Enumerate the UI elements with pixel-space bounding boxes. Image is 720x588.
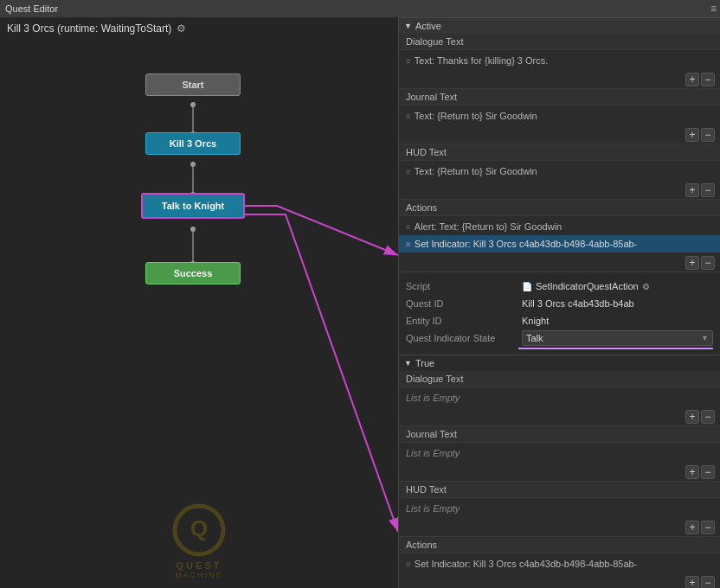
true-hud-text: HUD Text List is Empty + − xyxy=(399,482,720,537)
active-actions-remove-btn[interactable]: − xyxy=(701,256,715,270)
active-script-text: SetIndicatorQuestAction xyxy=(536,281,639,291)
active-hud-row-0[interactable]: ≡ Text: {Return to} Sir Goodwin xyxy=(399,163,720,180)
true-dialogue-actions: + − xyxy=(399,408,720,425)
active-section-header[interactable]: ▼ Active xyxy=(399,17,720,34)
active-dialogue-add-btn[interactable]: + xyxy=(685,73,699,86)
active-script-row: Script 📄 SetIndicatorQuestAction ⚙ xyxy=(406,278,713,295)
true-actions-add-btn[interactable]: + xyxy=(685,576,699,588)
gear-icon[interactable]: ⚙ xyxy=(177,22,186,35)
left-panel: Kill 3 Orcs (runtime: WaitingToStart) ⚙ xyxy=(0,17,398,588)
active-label: Active xyxy=(415,21,441,31)
active-dialogue-remove-btn[interactable]: − xyxy=(701,73,715,86)
active-journal-add-btn[interactable]: + xyxy=(685,128,699,142)
true-journal-header: Journal Text xyxy=(399,426,720,443)
page-title: Kill 3 Orcs (runtime: WaitingToStart) ⚙ xyxy=(0,17,398,40)
active-journal-row-0[interactable]: ≡ Text: {Return to} Sir Goodwin xyxy=(399,107,720,125)
true-action-row-0[interactable]: ≡ Set Indicator: Kill 3 Orcs c4ab43db-b4… xyxy=(399,555,720,572)
drag-handle[interactable]: ≡ xyxy=(406,559,411,569)
active-hud-content: ≡ Text: {Return to} Sir Goodwin xyxy=(399,161,720,182)
dropdown-arrow-icon: ▼ xyxy=(701,334,709,342)
active-hud-remove-btn[interactable]: − xyxy=(701,183,715,197)
true-journal-add-btn[interactable]: + xyxy=(685,465,699,479)
active-dialogue-header: Dialogue Text xyxy=(399,34,720,50)
active-qis-dropdown[interactable]: Talk ▼ xyxy=(522,330,713,346)
active-actions-buttons: + − xyxy=(399,254,720,272)
logo-q: Q xyxy=(190,515,208,542)
active-script-label: Script xyxy=(406,281,518,291)
active-dialogue-actions: + − xyxy=(399,71,720,88)
active-hud-actions: + − xyxy=(399,182,720,199)
drag-handle[interactable]: ≡ xyxy=(406,222,411,232)
active-script-settings-icon[interactable]: ⚙ xyxy=(642,282,650,291)
true-journal-text: Journal Text List is Empty + − xyxy=(399,426,720,482)
true-action-text-0: Set Indicator: Kill 3 Orcs c4ab43db-b498… xyxy=(415,559,713,569)
talk-underline xyxy=(518,348,713,349)
true-journal-remove-btn[interactable]: − xyxy=(701,465,715,479)
active-hud-text: HUD Text ≡ Text: {Return to} Sir Goodwin… xyxy=(399,144,720,200)
true-actions-content: ≡ Set Indicator: Kill 3 Orcs c4ab43db-b4… xyxy=(399,553,720,574)
active-hud-text-0: Text: {Return to} Sir Goodwin xyxy=(415,166,713,176)
active-hud-header: HUD Text xyxy=(399,144,720,161)
node-kill[interactable]: Kill 3 Orcs xyxy=(145,132,241,155)
true-dialogue-remove-btn[interactable]: − xyxy=(701,410,715,424)
true-journal-label: Journal Text xyxy=(406,429,457,439)
node-talk-label: Talk to Knight xyxy=(162,201,225,211)
drag-handle[interactable]: ≡ xyxy=(406,167,411,176)
active-dialogue-label: Dialogue Text xyxy=(406,36,463,47)
tab-icons: ≡ xyxy=(710,3,717,15)
true-journal-content: List is Empty xyxy=(399,443,720,463)
active-actions-add-btn[interactable]: + xyxy=(685,256,699,270)
true-label: True xyxy=(415,358,434,368)
true-hud-content: List is Empty xyxy=(399,498,720,519)
active-hud-add-btn[interactable]: + xyxy=(685,183,699,197)
true-dialogue-content: List is Empty xyxy=(399,387,720,408)
active-actions-header: Actions xyxy=(399,200,720,216)
active-journal-actions: + − xyxy=(399,126,720,144)
true-dialogue-label: Dialogue Text xyxy=(406,374,463,384)
active-questid-label: Quest ID xyxy=(406,298,518,309)
logo-line2: MACHINE xyxy=(169,571,229,579)
active-actions-label: Actions xyxy=(406,202,437,213)
node-success[interactable]: Success xyxy=(145,262,241,284)
node-start-label: Start xyxy=(182,80,203,90)
true-hud-empty-text: List is Empty xyxy=(406,503,713,514)
node-start[interactable]: Start xyxy=(145,74,241,96)
true-dialogue-add-btn[interactable]: + xyxy=(685,410,699,424)
collapse-icon[interactable]: ≡ xyxy=(710,3,717,15)
active-action-row-0[interactable]: ≡ Alert: Text: {Return to} Sir Goodwin xyxy=(399,218,720,235)
true-actions-header: Actions xyxy=(399,537,720,553)
title-bar-label: Quest Editor xyxy=(5,3,58,14)
active-qis-value: Talk xyxy=(526,333,701,343)
active-actions-content: ≡ Alert: Text: {Return to} Sir Goodwin ≡… xyxy=(399,216,720,254)
active-questid-value: Kill 3 Orcs c4ab43db-b4ab xyxy=(522,298,713,309)
true-hud-actions: + − xyxy=(399,519,720,536)
right-panel[interactable]: ▼ Active Dialogue Text ≡ Text: Thanks fo… xyxy=(398,17,720,588)
node-talk[interactable]: Talk to Knight xyxy=(141,193,245,219)
active-dialogue-row-0[interactable]: ≡ Text: Thanks for {killing} 3 Orcs. xyxy=(399,52,720,69)
node-graph[interactable]: Start Kill 3 Orcs Talk to Knight Success xyxy=(0,48,398,588)
main-layout: Kill 3 Orcs (runtime: WaitingToStart) ⚙ xyxy=(0,17,720,588)
active-journal-remove-btn[interactable]: − xyxy=(701,128,715,142)
active-hud-label: HUD Text xyxy=(406,147,447,157)
true-hud-remove-btn[interactable]: − xyxy=(701,521,715,534)
true-actions: Actions ≡ Set Indicator: Kill 3 Orcs c4a… xyxy=(399,537,720,588)
svg-point-5 xyxy=(190,162,196,167)
true-section-header[interactable]: ▼ True xyxy=(399,355,720,371)
node-success-label: Success xyxy=(174,268,213,278)
active-entityid-value: Knight xyxy=(522,316,713,326)
true-dialogue-text: Dialogue Text List is Empty + − xyxy=(399,371,720,426)
true-dialogue-header: Dialogue Text xyxy=(399,371,720,387)
drag-handle[interactable]: ≡ xyxy=(406,56,411,66)
active-entityid-label: Entity ID xyxy=(406,316,518,326)
active-action-row-1[interactable]: ≡ Set Indicator: Kill 3 Orcs c4ab43db-b4… xyxy=(399,235,720,252)
true-actions-remove-btn[interactable]: − xyxy=(701,576,715,588)
svg-point-3 xyxy=(190,102,196,107)
drag-handle[interactable]: ≡ xyxy=(406,112,411,121)
true-hud-empty-row: List is Empty xyxy=(399,500,720,517)
active-questid-row: Quest ID Kill 3 Orcs c4ab43db-b4ab xyxy=(406,295,713,312)
active-script-value: 📄 SetIndicatorQuestAction ⚙ xyxy=(522,281,713,291)
true-journal-actions: + − xyxy=(399,463,720,481)
drag-handle[interactable]: ≡ xyxy=(406,240,411,249)
true-journal-empty-row: List is Empty xyxy=(399,444,720,462)
true-hud-add-btn[interactable]: + xyxy=(685,521,699,534)
